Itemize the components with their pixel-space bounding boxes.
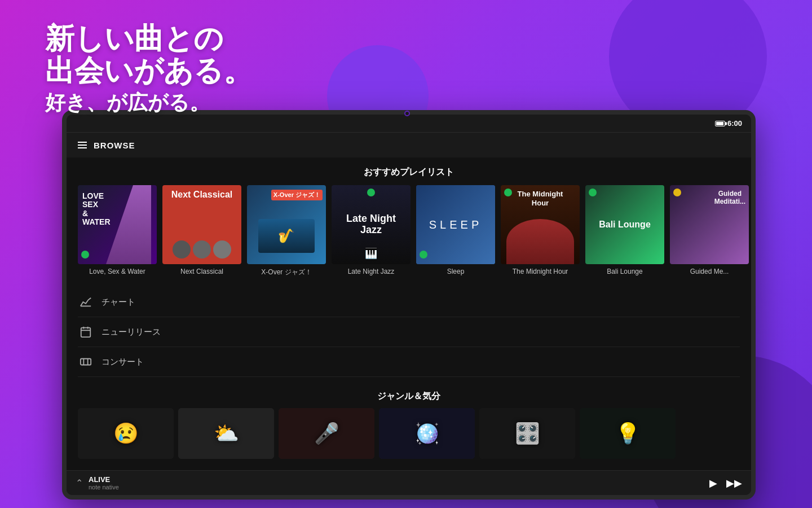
spotify-logo-love bbox=[81, 251, 89, 261]
playlist-cover-love: LOVESEX&WATER bbox=[78, 185, 157, 264]
camera-dot bbox=[404, 111, 410, 116]
app-content[interactable]: BROWSE おすすめプレイリスト LOVESEX&WATER Love, Se… bbox=[67, 133, 751, 470]
genre-overlay-1: 😢 bbox=[78, 408, 174, 459]
menu-item-concerts-label: コンサート bbox=[102, 357, 144, 367]
playlist-title-xover: X-Over ジャズ！ bbox=[247, 268, 326, 277]
cover-guided-art: GuidedMeditati... bbox=[670, 185, 749, 264]
playlist-title-midnight: The Midnight Hour bbox=[501, 268, 580, 275]
playlist-cover-bali: Bali Lounge bbox=[585, 185, 664, 264]
playlist-item-xover[interactable]: X-Over ジャズ！ 🎷 X-Over ジャズ！ bbox=[247, 185, 326, 277]
playlist-item-guided[interactable]: GuidedMeditati... Guided Me... bbox=[670, 185, 749, 277]
battery-icon bbox=[715, 121, 725, 126]
genre-item-6[interactable]: 💡 bbox=[580, 408, 676, 459]
menu-item-charts-label: チャート bbox=[102, 297, 135, 308]
cover-sleep-art: Sleep bbox=[416, 185, 495, 264]
cover-bali-art: Bali Lounge bbox=[585, 185, 664, 264]
playlist-title-bali: Bali Lounge bbox=[585, 268, 664, 275]
player-controls: ▶ ▶▶ bbox=[709, 477, 742, 489]
svg-point-3 bbox=[504, 189, 512, 196]
genre-overlay-6: 💡 bbox=[580, 408, 676, 459]
genre-row: 😢 ⛅ 🎤 🪩 🎛️ bbox=[67, 408, 751, 459]
genre-item-3[interactable]: 🎤 bbox=[279, 408, 374, 459]
genre-icon-1: 😢 bbox=[113, 422, 139, 445]
hero-section: 新しい曲との 出会いがある。 好き、が広がる。 bbox=[45, 23, 253, 117]
playlist-title-sleep: Sleep bbox=[416, 268, 495, 275]
playlist-title-guided: Guided Me... bbox=[670, 268, 749, 275]
playlist-cover-sleep: Sleep bbox=[416, 185, 495, 264]
genre-icon-6: 💡 bbox=[615, 422, 641, 445]
genre-icon-3: 🎤 bbox=[314, 422, 339, 445]
midnight-text-overlay: The MidnightHour bbox=[501, 190, 580, 207]
svg-rect-7 bbox=[81, 328, 91, 338]
playlist-title-late: Late Night Jazz bbox=[332, 268, 411, 275]
playlist-cover-xover: X-Over ジャズ！ 🎷 bbox=[247, 185, 326, 264]
genre-overlay-5: 🎛️ bbox=[479, 408, 575, 459]
player-chevron-up[interactable]: ⌃ bbox=[76, 478, 83, 488]
genre-section-heading: ジャンル＆気分 bbox=[67, 383, 751, 408]
play-pause-button[interactable]: ▶ bbox=[709, 477, 717, 489]
late-text: Late NightJazz bbox=[346, 213, 396, 236]
guided-text: GuidedMeditati... bbox=[714, 190, 745, 206]
genre-icon-5: 🎛️ bbox=[515, 422, 540, 445]
nav-title: BROWSE bbox=[94, 141, 135, 150]
love-text: LOVESEX&WATER bbox=[82, 192, 111, 227]
svg-point-5 bbox=[673, 189, 681, 196]
tablet-frame: 6:00 BROWSE おすすめプレイリスト LOVESEX&WATER bbox=[62, 110, 756, 500]
player-track-name: ALIVE bbox=[89, 475, 709, 484]
hero-sub-text: 好き、が広がる。 bbox=[45, 89, 253, 117]
cover-midnight-art: The MidnightHour bbox=[501, 185, 580, 264]
nav-bar: BROWSE bbox=[67, 133, 751, 157]
menu-item-new-releases[interactable]: ニューリリース bbox=[78, 317, 740, 347]
genre-item-1[interactable]: 😢 bbox=[78, 408, 174, 459]
genre-icon-2: ⛅ bbox=[214, 422, 239, 445]
hamburger-line-2 bbox=[78, 144, 87, 146]
playlist-item-bali[interactable]: Bali Lounge Bali Lounge bbox=[585, 185, 664, 277]
playlist-title-love: Love, Sex & Water bbox=[78, 268, 157, 275]
svg-rect-11 bbox=[81, 359, 91, 365]
menu-item-charts[interactable]: チャート bbox=[78, 287, 740, 317]
sleep-text: Sleep bbox=[429, 218, 482, 231]
menu-section: チャート ニューリリース bbox=[67, 282, 751, 383]
genre-icon-4: 🪩 bbox=[414, 422, 440, 445]
genre-item-5[interactable]: 🎛️ bbox=[479, 408, 575, 459]
playlist-item-midnight[interactable]: The MidnightHour The Midnight Hour bbox=[501, 185, 580, 277]
xover-text: X-Over ジャズ！ bbox=[271, 190, 323, 200]
ticket-icon bbox=[78, 354, 94, 370]
genre-overlay-4: 🪩 bbox=[379, 408, 475, 459]
calendar-icon bbox=[78, 324, 94, 340]
playlist-item-classical[interactable]: Next Classical Next Classical bbox=[162, 185, 241, 277]
playlist-item-love[interactable]: LOVESEX&WATER Love, Sex & Water bbox=[78, 185, 157, 277]
playlist-item-late[interactable]: Late NightJazz 🎹 Late Night Jazz bbox=[332, 185, 411, 277]
hamburger-line-1 bbox=[78, 142, 87, 143]
playlist-item-sleep[interactable]: Sleep Sleep bbox=[416, 185, 495, 277]
next-track-button[interactable]: ▶▶ bbox=[726, 477, 742, 489]
status-bar: 6:00 bbox=[715, 119, 742, 128]
cover-love-art: LOVESEX&WATER bbox=[78, 185, 157, 264]
playlist-cover-late: Late NightJazz 🎹 bbox=[332, 185, 411, 264]
menu-item-new-releases-label: ニューリリース bbox=[102, 327, 161, 338]
clock-display: 6:00 bbox=[727, 119, 742, 128]
genre-overlay-3: 🎤 bbox=[279, 408, 374, 459]
player-track-info: ALIVE note native bbox=[89, 475, 709, 491]
genre-overlay-2: ⛅ bbox=[178, 408, 274, 459]
bali-text: Bali Lounge bbox=[599, 220, 651, 230]
player-track-artist: note native bbox=[89, 484, 709, 491]
cover-classical-art: Next Classical bbox=[162, 185, 241, 264]
svg-point-2 bbox=[420, 251, 427, 259]
cover-late-art: Late NightJazz 🎹 bbox=[332, 185, 411, 264]
hamburger-menu-button[interactable] bbox=[78, 142, 87, 148]
player-bar: ⌃ ALIVE note native ▶ ▶▶ bbox=[67, 470, 751, 495]
svg-point-4 bbox=[589, 189, 597, 196]
genre-item-2[interactable]: ⛅ bbox=[178, 408, 274, 459]
recommended-section-heading: おすすめプレイリスト bbox=[67, 157, 751, 185]
playlist-cover-classical: Next Classical bbox=[162, 185, 241, 264]
genre-item-4[interactable]: 🪩 bbox=[379, 408, 475, 459]
menu-item-concerts[interactable]: コンサート bbox=[78, 347, 740, 377]
svg-point-0 bbox=[81, 251, 89, 259]
cover-xover-art: X-Over ジャズ！ 🎷 bbox=[247, 185, 326, 264]
tablet-topbar: 6:00 bbox=[67, 115, 751, 133]
hamburger-line-3 bbox=[78, 147, 87, 148]
woman-silhouette bbox=[106, 185, 151, 264]
chart-icon bbox=[78, 294, 94, 310]
classical-people bbox=[162, 240, 241, 259]
